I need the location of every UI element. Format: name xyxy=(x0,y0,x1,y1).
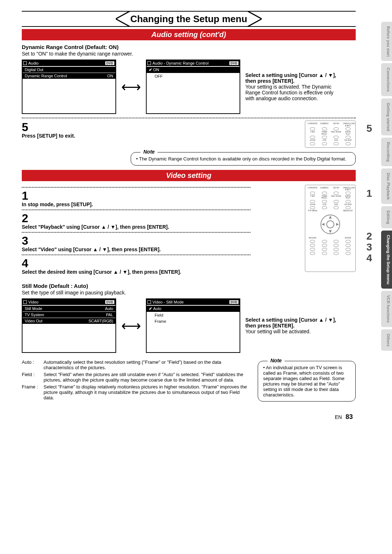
remote-callout: 3 xyxy=(366,242,372,253)
step-4: 4Select the desired item using [Cursor ▲… xyxy=(22,257,250,275)
divider xyxy=(22,118,356,118)
play-icon xyxy=(23,61,27,65)
bidirectional-arrow-icon: ⟷ xyxy=(121,79,141,95)
still-instruction: Select a setting using [Cursor ▲ / ▼], t… xyxy=(245,317,340,334)
osd-option: ✔ON xyxy=(147,67,240,73)
page-title-bar: Changing the Setup menu xyxy=(22,11,356,27)
osd-title-text: Video xyxy=(28,300,38,304)
drc-instruction: Select a setting using [Cursor ▲ / ▼], t… xyxy=(245,72,340,101)
osd-dvd-badge: DVD xyxy=(105,61,115,65)
page-title: Changing the Setup menu xyxy=(130,13,247,25)
svg-marker-5 xyxy=(336,223,339,226)
svg-marker-3 xyxy=(329,230,332,233)
osd-option: OFF xyxy=(147,73,240,79)
play-icon xyxy=(147,61,151,65)
osd-title-text: Audio - Dynamic Range Control xyxy=(152,61,209,65)
osd-option: ✔Auto xyxy=(147,306,240,312)
still-mode-definitions: Auto :Automatically select the best reso… xyxy=(22,359,250,400)
chevron-right-icon xyxy=(247,11,262,27)
still-body: Set the type of still image in pausing p… xyxy=(22,290,356,296)
cursor-ring-icon xyxy=(319,213,341,235)
note-2: Note An individual picture on TV screen … xyxy=(258,361,356,402)
remote-callout: 5 xyxy=(366,123,372,134)
still-heading: Still Mode (Default : Auto) xyxy=(22,283,356,289)
osd-drc-options: Audio - Dynamic Range Control DVD ✔ON OF… xyxy=(146,60,240,114)
remote-callout: 2 xyxy=(366,231,372,242)
osd-item: Digital Out xyxy=(23,67,115,73)
section-audio: Audio setting (cont'd) xyxy=(22,29,356,40)
osd-audio: Audio DVD Digital Out Dynamic Range Cont… xyxy=(22,60,116,114)
bidirectional-arrow-icon: ⟷ xyxy=(121,318,141,334)
osd-option: Frame xyxy=(147,318,240,324)
osd-still-options: Video - Still Mode DVD ✔Auto Field Frame xyxy=(146,298,240,353)
osd-video: Video DVD Still ModeAuto TV SystemPAL Vi… xyxy=(22,298,116,353)
svg-marker-4 xyxy=(322,223,324,226)
svg-marker-2 xyxy=(329,216,332,219)
play-icon xyxy=(23,300,27,304)
remote-callout: 1 xyxy=(366,188,372,199)
remote-diagram-full: I/OPERATEDUBBINGSETUPOPEN/CLOSE EJECT T-… xyxy=(305,185,356,272)
osd-item: Video OutSCART(RGB) xyxy=(23,318,115,324)
osd-title-text: Audio xyxy=(28,61,38,65)
step-2: 2Select "Playback" using [Cursor ▲ / ▼],… xyxy=(22,212,250,230)
osd-dvd-badge: DVD xyxy=(229,300,239,304)
page-footer: EN83 xyxy=(22,413,356,421)
osd-title-text: Video - Still Mode xyxy=(152,300,184,304)
step-5: 5 Press [SETUP] to exit. xyxy=(22,121,250,139)
osd-item: Still ModeAuto xyxy=(23,306,115,311)
osd-dvd-badge: DVD xyxy=(229,61,239,65)
remote-callout: 4 xyxy=(366,253,372,264)
osd-option: Field xyxy=(147,312,240,318)
drc-body: Set to "ON" to make the dynamic range na… xyxy=(22,51,356,57)
osd-item: Dynamic Range ControlON xyxy=(23,73,115,79)
chevron-left-icon xyxy=(116,11,130,27)
step-3: 3Select "Video" using [Cursor ▲ / ▼], th… xyxy=(22,235,250,252)
drc-heading: Dynamic Range Control (Default: ON) xyxy=(22,44,356,50)
svg-point-1 xyxy=(327,221,334,228)
remote-diagram-top: I/OPERATEDUBBINGSETUPOPEN/CLOSE EJECT T-… xyxy=(305,121,356,148)
osd-item: TV SystemPAL xyxy=(23,312,115,318)
step-1: 1In stop mode, press [SETUP]. xyxy=(22,190,250,207)
section-video: Video setting xyxy=(22,170,356,181)
osd-dvd-badge: DVD xyxy=(105,300,115,304)
note-1: Note The Dynamic Range Control function … xyxy=(131,152,356,166)
play-icon xyxy=(147,300,151,304)
